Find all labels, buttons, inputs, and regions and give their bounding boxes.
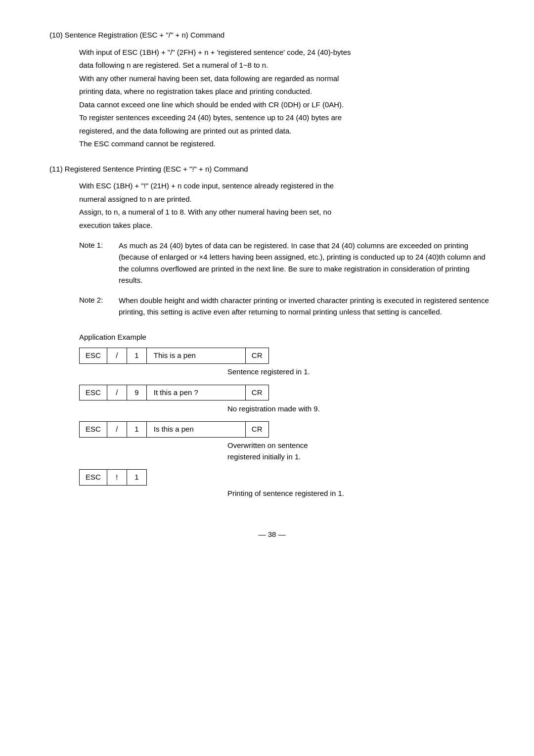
section-11-line-2: numeral assigned to n are printed. [79,194,494,205]
page-footer: — 38 — [49,529,494,540]
row3-sentence: Is this a pen [146,422,245,438]
app-example-table-3: ESC / 1 Is this a pen CR [79,421,269,438]
section-10-header: (10) Sentence Registration (ESC + "/" + … [49,30,494,41]
row2-slash: / [107,385,127,400]
app-example-table-2: ESC / 9 It this a pen ? CR [79,385,269,401]
row3-annotation: Overwritten on sentence registered initi… [79,440,494,462]
row3-annotation-line1: Overwritten on sentence [227,441,308,449]
section-10-line-7: registered, and the data following are p… [79,126,494,137]
row4-exclaim: ! [107,470,127,486]
row2-annotation: No registration made with 9. [79,403,494,415]
section-11-line-4: execution takes place. [79,220,494,231]
section-11-title: (11) Registered Sentence Printing (ESC +… [49,165,248,173]
section-10-line-3: With any other numeral having been set, … [79,73,494,85]
row1-annotation: Sentence registered in 1. [79,366,494,378]
section-10: (10) Sentence Registration (ESC + "/" + … [49,30,494,150]
section-11: (11) Registered Sentence Printing (ESC +… [49,164,494,318]
section-10-body: With input of ESC (1BH) + "/" (2FH) + n … [49,47,494,150]
row3-num: 1 [127,422,146,438]
row3-esc: ESC [80,422,107,438]
row2-num: 9 [127,385,146,400]
row4-num: 1 [127,470,146,486]
row2-esc: ESC [80,385,107,400]
app-example-row-1-container: ESC / 1 This is a pen CR Sentence regist… [79,348,494,378]
note-2-text: When double height and width character p… [119,295,494,318]
row3-slash: / [107,422,127,438]
section-11-line-3: Assign, to n, a numeral of 1 to 8. With … [79,207,494,218]
note-2-block: Note 2: When double height and width cha… [79,295,494,318]
app-example-label: Application Example [79,332,494,343]
row2-sentence: It this a pen ? [146,385,245,400]
page-number: — 38 — [258,530,285,538]
row2-cr: CR [245,385,268,400]
section-11-line-1: With ESC (1BH) + "!" (21H) + n code inpu… [79,180,494,192]
app-example-row-2-container: ESC / 9 It this a pen ? CR No registrati… [79,385,494,415]
row4-esc: ESC [80,470,107,486]
row1-slash: / [107,348,127,364]
row4-annotation: Printing of sentence registered in 1. [79,488,494,499]
note-1-text: As much as 24 (40) bytes of data can be … [119,240,494,286]
section-10-line-6: To register sentences exceeding 24 (40) … [79,112,494,124]
app-example-table-4: ESC ! 1 [79,469,147,486]
row3-annotation-line2: registered initially in 1. [227,452,301,461]
note-2-label: Note 2: [79,295,119,318]
row1-cr: CR [245,348,268,364]
app-example-row-4-container: ESC ! 1 Printing of sentence registered … [79,469,494,499]
section-10-line-5: Data cannot exceed one line which should… [79,99,494,111]
note-1-label: Note 1: [79,240,119,286]
app-example-row-3-container: ESC / 1 Is this a pen CR Overwritten on … [79,421,494,462]
row1-esc: ESC [80,348,107,364]
section-11-header: (11) Registered Sentence Printing (ESC +… [49,164,494,175]
app-example-section: Application Example ESC / 1 This is a pe… [49,332,494,499]
section-11-body: With ESC (1BH) + "!" (21H) + n code inpu… [49,180,494,318]
row1-sentence: This is a pen [146,348,245,364]
section-10-line-8: The ESC command cannot be registered. [79,138,494,150]
row1-num: 1 [127,348,146,364]
section-10-line-1: With input of ESC (1BH) + "/" (2FH) + n … [79,47,494,58]
section-10-line-4: printing data, where no registration tak… [79,86,494,97]
app-example-table-1: ESC / 1 This is a pen CR [79,348,269,364]
note-1-block: Note 1: As much as 24 (40) bytes of data… [79,240,494,286]
section-10-title: (10) Sentence Registration (ESC + "/" + … [49,31,224,39]
row3-cr: CR [245,422,268,438]
section-10-line-2: data following n are registered. Set a n… [79,60,494,71]
